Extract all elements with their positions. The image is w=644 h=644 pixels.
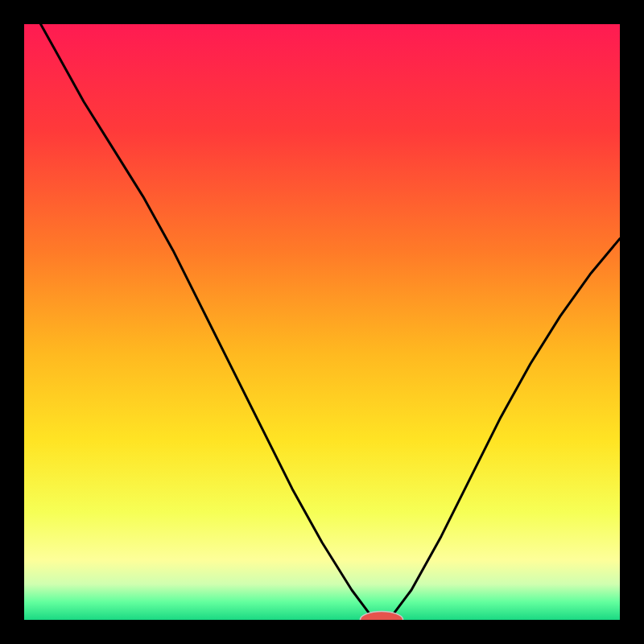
frame-border-bottom	[0, 620, 644, 644]
gradient-background	[24, 24, 620, 620]
plot-area	[24, 24, 620, 620]
chart-frame: TheBottleneck.com	[0, 0, 644, 644]
frame-border-top	[0, 0, 644, 24]
chart-svg	[24, 24, 620, 620]
frame-border-right	[620, 0, 644, 644]
frame-border-left	[0, 0, 24, 644]
